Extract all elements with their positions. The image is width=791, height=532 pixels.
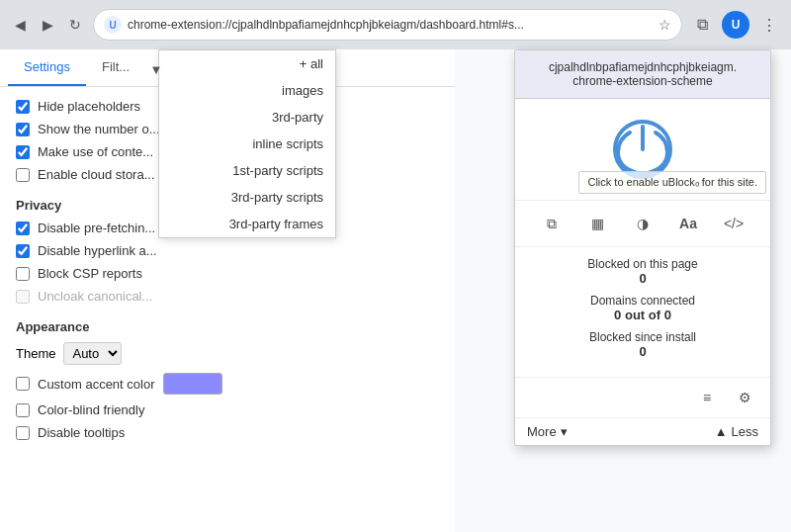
ublockorigin-popup: cjpalhdlnbpafiamejdnhcphjbkeiagm. chrome… xyxy=(514,49,771,446)
checkbox-make-use-label: Make use of conte... xyxy=(38,144,153,159)
popup-power-area: Click to enable uBlock₀ for this site. xyxy=(515,99,770,200)
checkbox-uncloak-label: Uncloak canonical... xyxy=(38,289,152,304)
filter-dropdown: + all images 3rd-party inline scripts 1s… xyxy=(158,49,336,238)
popup-icon-font[interactable]: Aa xyxy=(673,209,703,238)
more-label: More xyxy=(527,424,557,439)
checkbox-colorblind-label: Color-blind friendly xyxy=(38,402,144,417)
popup-site-scheme: chrome-extension-scheme xyxy=(527,74,758,88)
browser-toolbar: ◀ ▶ ↻ U chrome-extension://cjpalhdlnbpaf… xyxy=(0,0,791,49)
stat-domains-connected-label: Domains connected xyxy=(527,294,758,308)
checkbox-cloud-storage-label: Enable cloud stora... xyxy=(38,167,155,182)
less-label: Less xyxy=(732,424,758,439)
checkbox-cloud-storage-input[interactable] xyxy=(16,168,30,182)
popup-site-name: cjpalhdlnbpafiamejdnhcphjbkeiagm. xyxy=(527,60,758,74)
stat-blocked-install-label: Blocked since install xyxy=(527,330,758,344)
reload-button[interactable]: ↻ xyxy=(63,13,87,37)
filter-toggle-icon[interactable]: ▼ xyxy=(146,59,166,79)
popup-icon-code[interactable]: </> xyxy=(719,209,748,238)
filter-item-1stparty-scripts[interactable]: 1st-party scripts xyxy=(159,157,335,184)
stat-domains-connected: Domains connected 0 out of 0 xyxy=(527,294,758,322)
profile-button[interactable]: U xyxy=(722,11,749,39)
checkbox-disable-tooltips-label: Disable tooltips xyxy=(38,425,125,440)
popup-icon-video[interactable]: ▦ xyxy=(582,209,612,238)
checkbox-disable-tooltips: Disable tooltips xyxy=(16,425,439,440)
popup-icon-eye[interactable]: ◑ xyxy=(628,209,658,238)
main-content: Settings Filt... ▼ Hide placeholders Sho… xyxy=(0,49,791,532)
less-button[interactable]: ▲ Less xyxy=(715,424,758,439)
stat-blocked-page-value: 0 xyxy=(527,271,758,286)
extension-icon: U xyxy=(104,16,122,34)
filter-item-images[interactable]: images xyxy=(159,77,335,104)
checkbox-block-csp-label: Block CSP reports xyxy=(38,266,142,281)
theme-label: Theme xyxy=(16,346,55,361)
color-picker-button[interactable] xyxy=(163,373,222,395)
star-icon[interactable]: ☆ xyxy=(659,17,671,33)
nav-buttons: ◀ ▶ ↻ xyxy=(8,13,87,37)
stat-blocked-page: Blocked on this page 0 xyxy=(527,257,758,286)
appearance-section: Appearance Theme Auto Light Dark Custom … xyxy=(16,319,439,440)
less-chevron-icon: ▲ xyxy=(715,424,728,439)
checkbox-block-csp: Block CSP reports xyxy=(16,266,439,281)
menu-button[interactable]: ⋮ xyxy=(755,11,783,39)
appearance-title: Appearance xyxy=(16,319,439,334)
popup-stats: Blocked on this page 0 Domains connected… xyxy=(515,247,770,377)
extensions-button[interactable]: ⧉ xyxy=(688,11,716,39)
checkbox-make-use-input[interactable] xyxy=(16,145,30,159)
checkbox-custom-accent: Custom accent color xyxy=(16,373,439,395)
checkbox-uncloak-input xyxy=(16,290,30,304)
popup-footer: More ▾ ▲ Less xyxy=(515,418,770,445)
filter-item-3rdparty-scripts[interactable]: 3rd-party scripts xyxy=(159,184,335,211)
checkbox-disable-hyperlink: Disable hyperlink a... xyxy=(16,243,439,258)
tab-filters[interactable]: Filt... xyxy=(86,49,145,86)
more-button[interactable]: More ▾ xyxy=(527,424,568,439)
stat-blocked-install: Blocked since install 0 xyxy=(527,330,758,359)
checkbox-disable-hyperlink-label: Disable hyperlink a... xyxy=(38,243,157,258)
browser-actions: ⧉ U ⋮ xyxy=(688,11,783,39)
checkbox-disable-prefetch-label: Disable pre-fetchin... xyxy=(38,221,155,235)
checkbox-block-csp-input[interactable] xyxy=(16,267,30,281)
stat-blocked-install-value: 0 xyxy=(527,344,758,359)
filter-item-inline-scripts[interactable]: inline scripts xyxy=(159,131,335,157)
checkbox-custom-accent-label: Custom accent color xyxy=(38,377,155,392)
checkbox-custom-accent-input[interactable] xyxy=(16,377,30,391)
checkbox-uncloak: Uncloak canonical... xyxy=(16,289,439,304)
checkbox-disable-tooltips-input[interactable] xyxy=(16,426,30,440)
theme-row: Theme Auto Light Dark xyxy=(16,342,439,365)
stat-domains-connected-value: 0 out of 0 xyxy=(527,308,758,322)
checkbox-hide-placeholders-label: Hide placeholders xyxy=(38,99,140,114)
tab-settings[interactable]: Settings xyxy=(8,49,86,86)
popup-settings-button[interactable]: ⚙ xyxy=(731,384,758,411)
power-tooltip: Click to enable uBlock₀ for this site. xyxy=(578,171,766,194)
back-button[interactable]: ◀ xyxy=(8,13,32,37)
checkbox-disable-hyperlink-input[interactable] xyxy=(16,244,30,258)
stat-blocked-page-label: Blocked on this page xyxy=(527,257,758,271)
checkbox-colorblind: Color-blind friendly xyxy=(16,402,439,417)
filter-item-3rdparty-frames[interactable]: 3rd-party frames xyxy=(159,211,335,237)
checkbox-show-number-input[interactable] xyxy=(16,123,30,136)
checkbox-hide-placeholders-input[interactable] xyxy=(16,100,30,114)
checkbox-disable-prefetch-input[interactable] xyxy=(16,222,30,235)
popup-icons-row: ⧉ ▦ ◑ Aa </> xyxy=(515,200,770,247)
checkbox-colorblind-input[interactable] xyxy=(16,403,30,417)
checkbox-show-number-label: Show the number o... xyxy=(38,122,160,136)
forward-button[interactable]: ▶ xyxy=(36,13,59,37)
filter-item-3rdparty[interactable]: 3rd-party xyxy=(159,104,335,131)
address-bar[interactable]: U chrome-extension://cjpalhdlnbpafiamejd… xyxy=(93,9,682,41)
theme-select[interactable]: Auto Light Dark xyxy=(63,342,122,365)
popup-icon-layers[interactable]: ⧉ xyxy=(537,209,567,238)
popup-bottom-icons: ≡ ⚙ xyxy=(515,377,770,418)
filter-item-all[interactable]: + all xyxy=(159,50,335,77)
address-text: chrome-extension://cjpalhdlnbpafiamejdnh… xyxy=(128,18,653,32)
popup-logger-button[interactable]: ≡ xyxy=(693,384,721,411)
more-chevron-icon: ▾ xyxy=(561,424,568,439)
popup-site: cjpalhdlnbpafiamejdnhcphjbkeiagm. chrome… xyxy=(515,50,770,99)
